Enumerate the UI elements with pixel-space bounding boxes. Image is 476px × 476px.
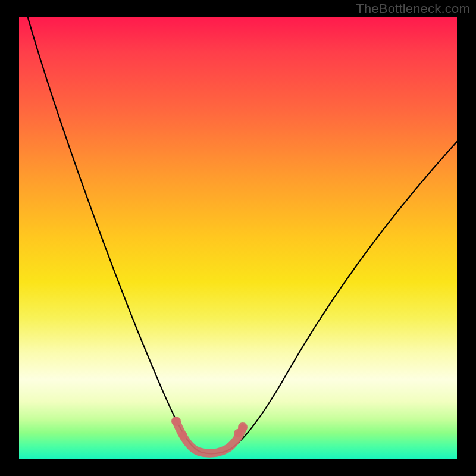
curve-svg [19,17,457,459]
chart-frame: TheBottleneck.com [0,0,476,476]
watermark-text: TheBottleneck.com [356,1,470,17]
plot-area [19,17,457,459]
accent-dot-left-2 [179,431,187,440]
accent-dot-left [171,416,181,426]
accent-dot-right [238,422,248,432]
bottleneck-curve [27,17,457,453]
